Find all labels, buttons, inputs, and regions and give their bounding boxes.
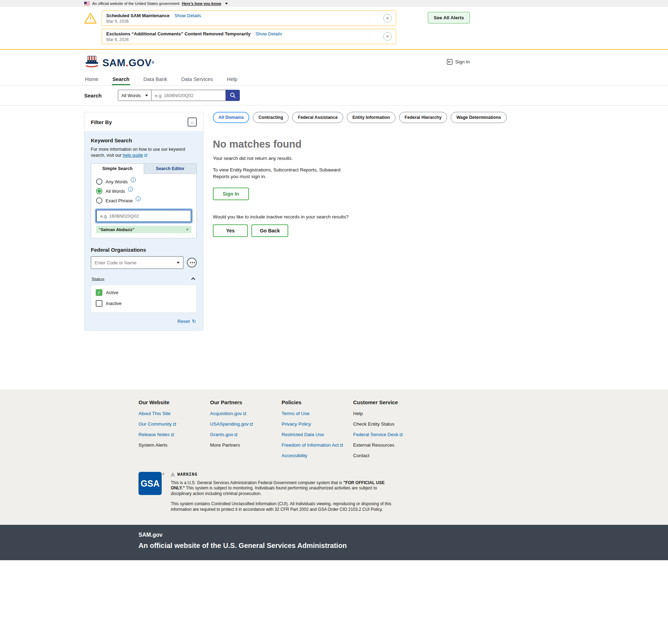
external-link-icon [173,422,176,426]
nav-item-help[interactable]: Help [226,74,238,85]
site-header: SAM.GOV® Sign In [0,50,668,74]
us-flag-icon [84,2,90,5]
footer-column-our-partners: Our Partners Acquisition.gov USASpending… [210,399,282,463]
domain-tab-federal-hierarchy[interactable]: Federal Hierarchy [399,112,447,123]
alert-show-details-link[interactable]: Show Details [255,31,282,36]
nav-item-search[interactable]: Search [112,74,130,85]
info-icon[interactable]: i [131,177,136,182]
radio-all-words-label: All Words [106,189,125,194]
keyword-input[interactable] [96,210,191,222]
footer-column-heading: Customer Service [353,399,425,405]
yes-button[interactable]: Yes [213,224,248,237]
tab-simple-search[interactable]: Simple Search [91,163,144,174]
banner-text: An official website of the United States… [92,1,180,6]
collapse-panel-button[interactable]: – [188,117,197,127]
nav-item-home[interactable]: Home [84,74,99,85]
warning-triangle-icon [84,13,97,24]
external-link-icon [234,433,238,436]
domain-tab-contracting[interactable]: Contracting [253,112,289,123]
external-link-icon [171,433,174,436]
keyword-search-card: Any Words i All Words i Exact Phrase i "… [91,174,197,238]
footer-link-check-entity-status[interactable]: Check Entity Status [353,421,425,427]
footer-link-our-community[interactable]: Our Community [139,421,210,427]
footer-link-grants-gov[interactable]: Grants.gov [210,432,282,437]
refresh-icon: ↻ [192,318,196,324]
footer-link-acquisition-gov[interactable]: Acquisition.gov [210,411,282,416]
info-icon[interactable]: i [136,196,141,201]
footer-link-external-resources[interactable]: External Resources [353,442,425,448]
warning-icon: ⚠ [171,472,175,477]
search-submit-button[interactable] [226,90,240,101]
gsa-logo: GSA® [139,472,162,495]
footer-link-foia[interactable]: Freedom of Information Act [282,442,353,448]
filter-panel: Filter By – Keyword Search For more info… [84,112,203,331]
status-section-toggle[interactable]: Status [91,276,197,285]
footer-link-about-this-site[interactable]: About This Site [139,411,210,416]
keyword-chip-label: "Salman Abdiaziz" [99,228,134,232]
search-scope-value: All Words [121,93,141,98]
external-link-icon [250,422,253,426]
go-back-button[interactable]: Go Back [251,224,288,237]
footer-link-help[interactable]: Help [353,411,425,416]
sign-in-button[interactable]: Sign In [213,188,249,200]
chip-remove-icon[interactable]: × [186,227,189,232]
footer-link-accessibility[interactable]: Accessibility [282,453,353,458]
radio-all-words[interactable] [96,188,102,194]
footer-link-privacy-policy[interactable]: Privacy Policy [282,421,353,427]
see-all-alerts-button[interactable]: See All Alerts [428,12,470,23]
search-scope-select[interactable]: All Words [118,90,151,101]
footer-link-restricted-data-use[interactable]: Restricted Data Use [282,432,353,437]
domain-tab-all-domains[interactable]: All Domains [213,112,249,123]
keyword-chip: "Salman Abdiaziz" × [96,226,191,233]
federal-organizations-combobox[interactable]: Enter Code or Name [91,256,183,269]
footer-link-federal-service-desk[interactable]: Federal Service Desk [353,432,425,437]
status-card: ✓ Active Inactive [91,285,197,313]
radio-exact-phrase[interactable] [96,197,102,204]
footer-column-heading: Our Partners [210,399,282,405]
close-icon[interactable]: × [383,32,392,41]
reset-label: Reset [177,319,190,324]
sign-in-required-text: To view Entity Registrations, Subcontrac… [213,167,356,180]
checkbox-active[interactable]: ✓ [96,289,102,296]
keyword-help-text: For more information on how to use our k… [91,147,197,158]
sign-in-icon [447,59,453,65]
footer-link-system-alerts[interactable]: System Alerts [139,442,210,448]
tab-search-editor[interactable]: Search Editor [144,163,197,174]
alert-card: Exclusions “Additional Comments” Content… [102,29,396,44]
nav-item-data-bank[interactable]: Data Bank [143,74,168,85]
search-icon [230,92,236,99]
sign-in-label: Sign In [455,59,470,65]
footer-link-contact[interactable]: Contact [353,453,425,458]
footer-link-release-notes[interactable]: Release Notes [139,432,210,437]
banner-how-you-know-link[interactable]: Here’s how you know [182,1,221,6]
identifier-footer: SAM.gov An official website of the U.S. … [0,525,668,560]
footer-link-usaspending-gov[interactable]: USASpending.gov [210,421,282,427]
help-guide-link[interactable]: help guide [123,153,143,158]
sign-in-link[interactable]: Sign In [447,59,470,65]
checkbox-inactive-label: Inactive [106,301,122,306]
domain-tab-wage-determinations[interactable]: Wage Determinations [451,112,506,123]
radio-any-words[interactable] [96,178,102,185]
footer-link-more-partners[interactable]: More Partners [210,442,282,448]
warning-paragraph-2: This system contains Controlled Unclassi… [171,501,398,512]
reset-filters-button[interactable]: Reset ↻ [91,318,197,325]
domain-tab-federal-assistance[interactable]: Federal Assistance [292,112,343,123]
search-input[interactable] [151,90,226,101]
close-icon[interactable]: × [383,14,392,22]
alert-show-details-link[interactable]: Show Details [174,13,201,18]
nav-item-data-services[interactable]: Data Services [181,74,214,85]
more-options-button[interactable]: ••• [187,258,197,267]
footer-link-terms-of-use[interactable]: Terms of Use [282,411,353,416]
main-nav: Home Search Data Bank Data Services Help [0,74,668,86]
radio-exact-phrase-label: Exact Phrase [106,198,133,203]
no-results-text: Your search did not return any results. [213,155,451,162]
radio-any-words-label: Any Words [106,179,128,184]
logo-text: SAM.GOV® [102,57,154,68]
warning-paragraph-1: This is a U.S. General Services Administ… [171,480,398,497]
domain-tab-entity-information[interactable]: Entity Information [347,112,396,123]
sam-gov-logo[interactable]: SAM.GOV® [84,55,154,68]
alert-date: Mar 6, 2026 [106,37,282,42]
checkbox-inactive[interactable] [96,300,102,307]
info-icon[interactable]: i [128,187,133,192]
domain-tabs: All Domains Contracting Federal Assistan… [213,112,451,123]
